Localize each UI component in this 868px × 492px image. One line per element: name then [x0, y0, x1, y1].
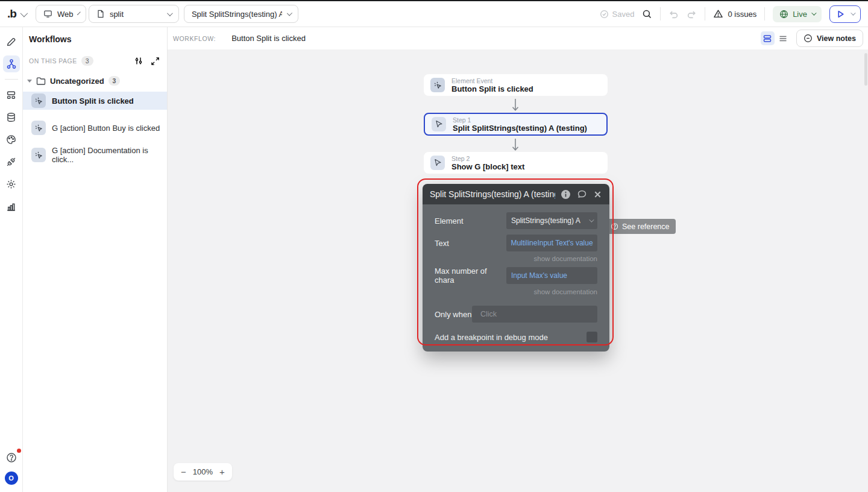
- chevron-down-icon: [851, 10, 855, 15]
- chevron-down-icon: [286, 10, 292, 16]
- scrollbar-thumb[interactable]: [864, 53, 867, 86]
- max-chars-expression-input[interactable]: Input Max's value: [506, 267, 597, 284]
- search-button[interactable]: [642, 9, 652, 19]
- workflow-list: Button Split is clicked G [action] Butto…: [23, 92, 167, 164]
- workflow-header-title: Button Split is clicked: [231, 34, 306, 43]
- zoom-level: 100%: [193, 467, 213, 476]
- redo-icon: [687, 9, 697, 19]
- plug-icon: [6, 157, 16, 167]
- zoom-in-button[interactable]: +: [219, 468, 225, 476]
- view-notes-label: View notes: [817, 34, 856, 43]
- workflow-select[interactable]: Split SplitStrings(testing) A ...: [184, 5, 298, 23]
- max-chars-expression-value: Input Max's value: [511, 271, 567, 280]
- nav-styles[interactable]: [3, 131, 20, 148]
- element-field-row: Element SplitStrings(testing) A: [435, 212, 597, 229]
- nav-design[interactable]: [3, 33, 20, 50]
- node-title: Split SplitStrings(testing) A (testing): [453, 124, 587, 133]
- divider: [5, 79, 18, 80]
- workflow-list-item[interactable]: G [action] Button Buy is clicked: [23, 119, 167, 137]
- page-select-value: split: [110, 10, 124, 19]
- pencil-icon: [6, 37, 16, 47]
- nav-workflow[interactable]: [3, 55, 20, 72]
- question-circle-icon: [611, 222, 618, 230]
- divider: [764, 7, 765, 20]
- dialog-title: Split SplitStrings(testing) A (testing): [430, 189, 555, 199]
- nav-plugins[interactable]: [3, 153, 20, 170]
- canvas-scrollbar[interactable]: [864, 49, 868, 492]
- nav-logs[interactable]: [3, 198, 20, 215]
- breakpoint-checkbox[interactable]: [587, 332, 597, 342]
- only-when-placeholder: Click: [480, 310, 497, 318]
- list-view-toggle[interactable]: [776, 31, 790, 45]
- card-view-toggle[interactable]: [761, 31, 775, 45]
- platform-select[interactable]: Web: [36, 5, 86, 23]
- breakpoint-row: Add a breakpoint in debug mode: [435, 332, 597, 342]
- see-reference-label: See reference: [622, 222, 670, 231]
- show-documentation-link[interactable]: show documentation: [435, 288, 597, 295]
- app-logo-menu[interactable]: .b: [0, 7, 33, 20]
- issues-count: 0 issues: [728, 10, 756, 19]
- save-status: Saved: [600, 10, 635, 19]
- canvas-header: WORKFLOW: Button Split is clicked View n…: [168, 27, 868, 49]
- workflow-item-label: G [action] Documentation is click...: [52, 146, 167, 164]
- expand-panel-button[interactable]: [151, 56, 160, 66]
- nav-settings[interactable]: [3, 175, 20, 192]
- only-when-input[interactable]: Click: [472, 306, 597, 323]
- show-documentation-link[interactable]: show documentation: [435, 255, 597, 262]
- palette-icon: [6, 134, 16, 145]
- flow-arrow-icon: [511, 138, 520, 152]
- nav-components[interactable]: [3, 86, 20, 103]
- action-cursor-icon: [432, 117, 446, 131]
- workflow-item-label: G [action] Button Buy is clicked: [52, 124, 160, 133]
- view-notes-button[interactable]: View notes: [796, 30, 863, 47]
- filter-sliders-icon: [134, 56, 143, 66]
- workflow-canvas[interactable]: Element Event Button Split is clicked St…: [168, 49, 868, 492]
- page-icon: [96, 10, 105, 18]
- workflow-node-step2[interactable]: Step 2 Show G [block] text: [424, 152, 608, 174]
- text-field-row: Text MultilineInput Text's value: [435, 235, 597, 251]
- bar-chart-icon: [6, 201, 16, 212]
- platform-select-value: Web: [57, 10, 74, 19]
- folder-icon: [36, 77, 46, 85]
- preview-run-button[interactable]: [829, 5, 861, 23]
- text-expression-input[interactable]: MultilineInput Text's value: [506, 235, 597, 251]
- max-chars-field-row: Max number of chara Input Max's value: [435, 266, 597, 285]
- zoom-out-button[interactable]: −: [181, 468, 186, 476]
- element-dropdown[interactable]: SplitStrings(testing) A: [506, 212, 597, 229]
- components-icon: [6, 90, 16, 100]
- nav-data[interactable]: [3, 109, 20, 125]
- undo-button[interactable]: [668, 9, 679, 19]
- dialog-header[interactable]: Split SplitStrings(testing) A (testing): [423, 184, 609, 204]
- element-field-label: Element: [435, 216, 506, 226]
- element-event-icon: [430, 78, 445, 92]
- list-view-icon: [778, 34, 788, 43]
- page-select[interactable]: split: [89, 5, 179, 23]
- workflow-list-item[interactable]: G [action] Documentation is click...: [23, 146, 167, 164]
- warning-triangle-icon: [713, 9, 723, 19]
- flow-arrow-icon: [511, 98, 520, 112]
- see-reference-button[interactable]: See reference: [605, 219, 676, 234]
- workflows-panel: Workflows ON THIS PAGE 3 Uncategorized 3: [23, 27, 168, 492]
- user-avatar[interactable]: O: [5, 472, 18, 485]
- element-event-icon: [31, 93, 46, 108]
- comment-icon[interactable]: [577, 189, 587, 199]
- folder-uncategorized[interactable]: Uncategorized 3: [23, 76, 167, 86]
- element-dropdown-value: SplitStrings(testing) A: [511, 216, 580, 225]
- workflow-icon: [6, 58, 17, 69]
- expand-icon: [151, 57, 160, 66]
- only-when-label: Only when: [435, 310, 472, 319]
- redo-button[interactable]: [687, 9, 697, 19]
- filter-workflows-button[interactable]: [134, 56, 143, 66]
- gear-icon: [6, 179, 16, 189]
- issues-button[interactable]: 0 issues: [713, 9, 756, 19]
- help-button[interactable]: [3, 449, 20, 466]
- workflow-list-item[interactable]: Button Split is clicked: [23, 92, 167, 110]
- info-icon[interactable]: [561, 189, 571, 200]
- close-icon[interactable]: [593, 190, 602, 199]
- workflow-node-event[interactable]: Element Event Button Split is clicked: [424, 74, 608, 96]
- live-environment-button[interactable]: Live: [773, 6, 822, 22]
- workflow-node-step1[interactable]: Step 1 Split SplitStrings(testing) A (te…: [424, 113, 608, 136]
- workflow-header-label: WORKFLOW:: [173, 35, 216, 42]
- node-title: Button Split is clicked: [451, 84, 533, 93]
- chevron-down-icon: [167, 10, 173, 16]
